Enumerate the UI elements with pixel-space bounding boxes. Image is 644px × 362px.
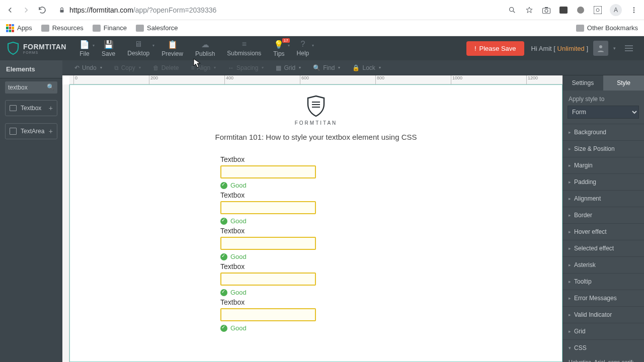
textbox-field: Textbox Good [220,298,412,332]
other-bookmarks[interactable]: Other Bookmarks [576,24,638,32]
add-icon[interactable]: + [49,127,53,135]
folder-icon [41,25,49,32]
section-error-messages[interactable]: Error Messages [562,290,644,306]
undo-button[interactable]: ↶ Undo [69,64,107,71]
back-icon[interactable] [5,5,15,15]
svg-point-10 [633,9,635,11]
url-domain: https://formtitan.com [69,6,133,14]
svg-point-12 [599,45,602,48]
elements-panel: Elements 🔍 Textbox+ TextArea+ [0,60,62,362]
textbox-field: Textbox Good [220,155,412,189]
section-margin[interactable]: Margin [562,157,644,173]
browser-toolbar: https://formtitan.com/app/?openForm=2039… [0,0,644,20]
menu-icon[interactable] [629,5,639,15]
tips-badge: 17 [282,38,290,43]
svg-point-3 [545,9,548,12]
star-icon[interactable] [524,5,534,15]
check-icon [220,289,227,296]
section-selected-effect[interactable]: Selected effect [562,240,644,256]
svg-rect-0 [60,10,64,12]
shield-icon [306,95,326,117]
section-valid-indicator[interactable]: Valid Indicator [562,306,644,323]
field-label: Textbox [220,155,412,163]
textbox-input[interactable] [220,308,316,321]
reload-icon[interactable] [37,5,47,15]
zoom-icon[interactable] [507,5,517,15]
section-padding[interactable]: Padding [562,173,644,190]
ext3-icon[interactable] [593,5,603,15]
textbox-icon [10,105,17,111]
form-canvas[interactable]: FORMTITAN Formtitan 101: How to style yo… [69,84,562,362]
bookmarks-bar: Apps Resources Finance Salesforce Other … [0,20,644,36]
folder-icon [93,25,101,32]
section-alignment[interactable]: Alignment [562,190,644,207]
apps-button[interactable]: Apps [6,24,32,32]
submissions-button[interactable]: ≡Submissions [221,36,267,60]
svg-point-9 [633,7,635,9]
copy-button[interactable]: ⧉ Copy [109,64,146,71]
section-asterisk[interactable]: Asterisk [562,256,644,273]
textbox-input[interactable] [220,273,316,286]
section-hover-effect[interactable]: Hover effect [562,223,644,240]
add-icon[interactable]: + [49,104,53,112]
user-caret[interactable]: ▾ [613,46,616,51]
ext1-icon[interactable] [558,5,569,15]
tab-settings[interactable]: Settings [562,75,603,90]
svg-point-11 [633,12,635,13]
valid-indicator: Good [220,182,412,189]
textbox-input[interactable] [220,237,316,250]
align-button[interactable]: ≡ Align [186,64,221,71]
tips-button[interactable]: 💡Tips17 [267,36,290,60]
section-size-position[interactable]: Size & Position [562,140,644,157]
profile-avatar[interactable]: A [610,4,622,16]
svg-rect-7 [594,6,602,14]
save-button[interactable]: 💾Save [96,36,121,60]
lock-icon [58,7,65,14]
tab-style[interactable]: Style [603,75,644,90]
folder-icon [136,25,144,32]
panel-title: Elements [0,60,62,78]
bookmark-folder[interactable]: Salesforce [136,24,178,32]
textarea-icon [10,128,17,135]
svg-point-1 [510,7,514,11]
desktop-button[interactable]: 🖥Desktop [121,36,155,60]
check-icon [220,218,227,225]
file-button[interactable]: 📄File [73,36,96,60]
user-avatar[interactable] [593,41,608,56]
search-icon[interactable]: 🔍 [47,83,54,90]
element-textarea[interactable]: TextArea+ [5,123,57,139]
logo[interactable]: FORMTITANFORMS [0,42,73,55]
hamburger-icon[interactable] [621,45,637,51]
forward-icon[interactable] [21,5,31,15]
valid-indicator: Good [220,217,412,225]
url-path: /app/?openForm=2039336 [133,6,216,14]
section-background[interactable]: Background [562,124,644,140]
section-css[interactable]: CSS [562,339,644,356]
textbox-input[interactable] [220,165,316,178]
publish-button[interactable]: ☁Publish [189,36,221,60]
spacing-button[interactable]: ↔ Spacing [223,64,269,71]
css-content: Helvetica, Arial, sans-serif;font-size: … [562,356,644,362]
section-grid[interactable]: Grid [562,323,644,339]
help-button[interactable]: ?Help [291,36,315,60]
grid-button[interactable]: ▦ Grid [271,64,306,71]
delete-button[interactable]: 🗑 Delete [148,64,184,71]
camera-icon[interactable] [541,5,551,15]
ext2-icon[interactable] [576,5,586,15]
preview-button[interactable]: 📋Preview [155,36,189,60]
bookmark-folder[interactable]: Resources [41,24,84,32]
lock-button[interactable]: 🔒 Lock [347,64,385,71]
please-save-button[interactable]: !Please Save [466,41,524,56]
address-bar[interactable]: https://formtitan.com/app/?openForm=2039… [53,6,501,14]
apply-style-select[interactable]: Form [568,106,639,119]
section-tooltip[interactable]: Tooltip [562,273,644,290]
find-button[interactable]: 🔍 Find [308,64,345,71]
ruler-vertical [62,84,69,362]
svg-rect-5 [559,7,568,14]
bookmark-folder[interactable]: Finance [93,24,127,32]
section-border[interactable]: Border [562,207,644,223]
textbox-input[interactable] [220,201,316,214]
element-textbox[interactable]: Textbox+ [5,100,57,116]
field-label: Textbox [220,262,412,270]
field-label: Textbox [220,298,412,306]
